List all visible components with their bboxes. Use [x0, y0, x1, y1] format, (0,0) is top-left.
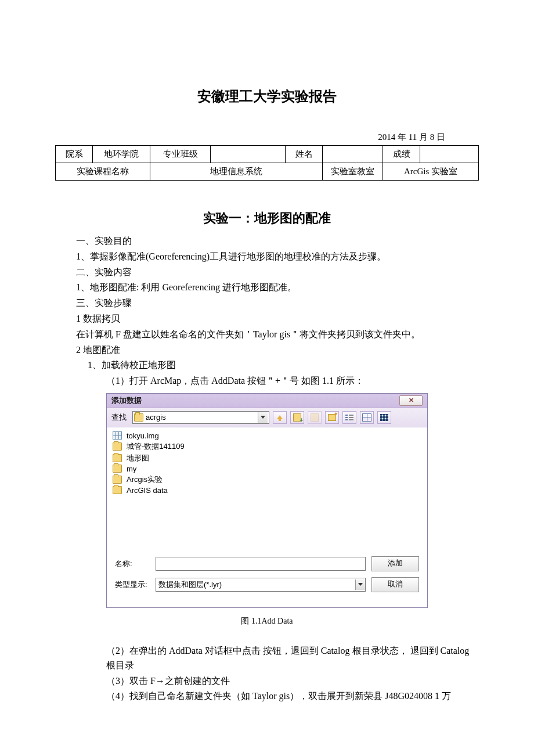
- paragraph: （1）打开 ArcMap，点击 AddData 按钮＂+＂号 如图 1.1 所示…: [76, 374, 479, 388]
- folder-icon: [113, 442, 122, 451]
- name-row: 名称: 添加: [115, 556, 419, 571]
- section-heading: 三、实验步骤: [76, 296, 479, 311]
- thumbnails-view-icon: [380, 414, 388, 421]
- paragraph: 在计算机 F 盘建立以姓名命名的文件夹如＇Taylor gis＂将文件夹拷贝到该…: [76, 327, 479, 342]
- list-item-label: 城管-数据141109: [127, 441, 185, 452]
- disconnect-folder-button[interactable]: [308, 411, 322, 424]
- paragraph: 1、掌握影像配准(Georeferencing)工具进行地形图的地理校准的方法及…: [76, 250, 479, 264]
- cell-name-label: 姓名: [286, 146, 323, 163]
- cell-room-label: 实验室教室: [323, 163, 383, 181]
- list-item-label: Arcgis实验: [127, 474, 163, 485]
- list-item-label: tokyu.img: [127, 431, 159, 440]
- cell-name-value: [323, 146, 383, 163]
- dialog-toolbar: 查找 acrgis: [107, 408, 427, 427]
- info-table: 院系 地环学院 专业班级 姓名 成绩 实验课程名称 地理信息系统 实验室教室 A…: [55, 145, 479, 181]
- close-button[interactable]: ✕: [399, 395, 423, 406]
- list-item[interactable]: my: [113, 464, 421, 474]
- table-row: 院系 地环学院 专业班级 姓名 成绩: [56, 146, 479, 163]
- paragraph: 1、地形图配准: 利用 Georeferencing 进行地形图配准。: [76, 280, 479, 295]
- cancel-button[interactable]: 取消: [371, 577, 419, 592]
- section-heading: 一、实验目的: [76, 234, 479, 249]
- list-item[interactable]: tokyu.img: [113, 431, 421, 441]
- cell-course-label: 实验课程名称: [56, 163, 150, 181]
- paragraph: 2 地图配准: [76, 343, 479, 358]
- report-title: 安徽理工大学实验报告: [55, 87, 479, 106]
- type-label: 类型显示:: [115, 579, 150, 590]
- name-label: 名称:: [115, 559, 150, 569]
- list-item[interactable]: ArcGIS data: [113, 485, 421, 495]
- paragraph: 1 数据拷贝: [76, 312, 479, 326]
- list-item-label: my: [127, 465, 136, 473]
- body-text: 一、实验目的 1、掌握影像配准(Georeferencing)工具进行地形图的地…: [55, 234, 479, 388]
- view-thumbnails-button[interactable]: [377, 411, 391, 424]
- up-arrow-icon: [277, 415, 283, 419]
- folder-icon: [113, 465, 122, 473]
- chevron-down-icon[interactable]: [258, 412, 268, 423]
- folder-icon: [134, 413, 143, 422]
- list-item[interactable]: 城管-数据141109: [113, 441, 421, 452]
- disconnect-folder-icon: [311, 413, 319, 422]
- dialog-titlebar: 添加数据 ✕: [107, 394, 427, 408]
- paragraph: （2）在弹出的 AddData 对话框中点击 按钮，退回到 Catalog 根目…: [76, 644, 479, 673]
- up-one-level-button[interactable]: [273, 411, 287, 424]
- body-text-2: （2）在弹出的 AddData 对话框中点击 按钮，退回到 Catalog 根目…: [55, 644, 479, 704]
- dialog-bottom: 名称: 添加 类型显示: 数据集和图层(*.lyr) 取消: [107, 550, 427, 607]
- details-view-icon: [362, 413, 371, 422]
- folder-icon: [113, 476, 122, 484]
- paragraph: （4）找到自己命名新建文件夹（如 Taylor gis），双击展开到新荣县 J4…: [76, 689, 479, 704]
- list-item-label: 地形图: [127, 453, 149, 463]
- new-folder-button[interactable]: [325, 411, 339, 424]
- type-value: 数据集和图层(*.lyr): [158, 579, 222, 590]
- lookin-label: 查找: [111, 412, 127, 423]
- view-list-button[interactable]: [342, 411, 356, 424]
- dialog-title-text: 添加数据: [111, 395, 142, 406]
- folder-icon: [113, 486, 122, 494]
- new-folder-icon: [328, 414, 336, 421]
- list-item[interactable]: 地形图: [113, 452, 421, 464]
- connect-folder-button[interactable]: [290, 411, 304, 424]
- cell-grade-label: 成绩: [383, 146, 420, 163]
- figure: 添加数据 ✕ 查找 acrgis: [55, 393, 479, 608]
- cell-dept-value: 地环学院: [93, 146, 150, 163]
- view-details-button[interactable]: [360, 411, 374, 424]
- experiment-title: 实验一：地形图的配准: [55, 210, 479, 227]
- paragraph: （3）双击 F→之前创建的文件: [76, 674, 479, 689]
- cell-class-label: 专业班级: [150, 146, 211, 163]
- page: 安徽理工大学实验报告 2014 年 11 月 8 日 院系 地环学院 专业班级 …: [0, 0, 534, 756]
- table-row: 实验课程名称 地理信息系统 实验室教室 ArcGis 实验室: [56, 163, 479, 181]
- cell-class-value: [211, 146, 286, 163]
- list-view-icon: [345, 414, 353, 421]
- cell-room-value: ArcGis 实验室: [383, 163, 479, 181]
- lookin-combo[interactable]: acrgis: [132, 411, 269, 424]
- add-data-dialog: 添加数据 ✕ 查找 acrgis: [106, 393, 428, 608]
- list-item[interactable]: Arcgis实验: [113, 474, 421, 485]
- raster-icon: [113, 431, 122, 440]
- folder-icon: [113, 454, 122, 462]
- add-button[interactable]: 添加: [371, 556, 419, 571]
- report-date: 2014 年 11 月 8 日: [55, 132, 479, 143]
- type-row: 类型显示: 数据集和图层(*.lyr) 取消: [115, 577, 419, 592]
- type-combo[interactable]: 数据集和图层(*.lyr): [156, 578, 366, 592]
- cell-course-value: 地理信息系统: [150, 163, 323, 181]
- cell-dept-label: 院系: [56, 146, 93, 163]
- connect-folder-icon: [293, 413, 301, 422]
- list-item-label: ArcGIS data: [127, 486, 168, 495]
- paragraph: 1、加载待校正地形图: [76, 358, 479, 373]
- figure-caption: 图 1.1Add Data: [55, 616, 479, 627]
- cell-grade-value: [420, 146, 479, 163]
- lookin-value: acrgis: [146, 413, 166, 422]
- file-list[interactable]: tokyu.img 城管-数据141109 地形图 my Arcgis实验: [107, 427, 427, 550]
- chevron-down-icon[interactable]: [355, 579, 365, 590]
- section-heading: 二、实验内容: [76, 265, 479, 280]
- name-input[interactable]: [156, 557, 366, 571]
